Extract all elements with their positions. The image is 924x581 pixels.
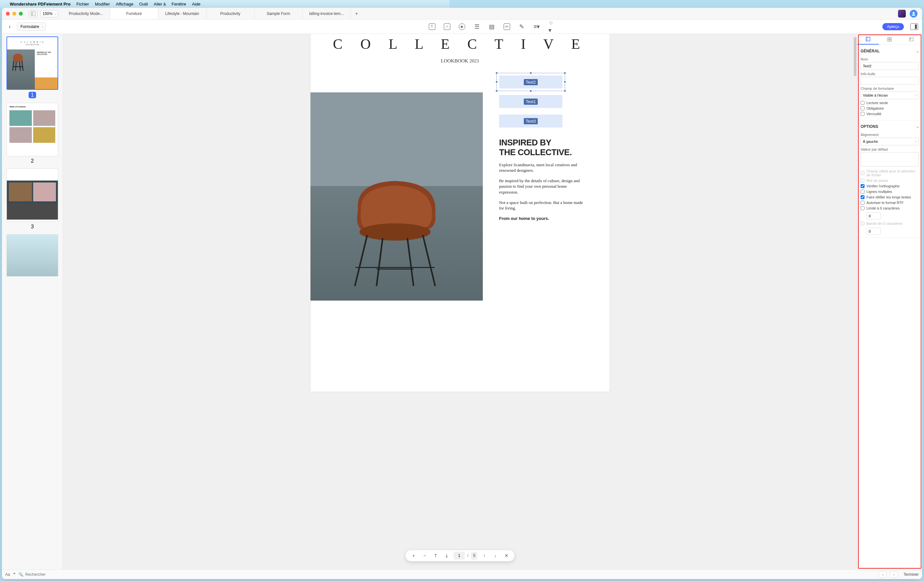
page-1: C O L L E C T I V E LOOKBOOK 2021 [310,34,449,282]
document-tabs: Productivity Mode... Furniture Lifestyle… [62,8,449,19]
doc-title: C O L L E C T I V E [310,34,449,52]
tab-productivity-mode[interactable]: Productivity Mode... [62,8,110,19]
thumbnail-sidebar[interactable]: C O L U M B I A COLLECTIVE INSPIRED BY T… [2,34,63,282]
doc-subtitle: LOOKBOOK 2021 [310,58,449,64]
main-area: C O L U M B I A COLLECTIVE INSPIRED BY T… [2,34,449,282]
checkbox-tool-icon[interactable]: ✓ [444,23,449,30]
menu-allera[interactable]: Aller à [154,2,166,7]
textfield-tool-icon[interactable]: T [429,23,436,30]
svg-line-9 [355,235,367,283]
titlebar: 150% Productivity Mode... Furniture Life… [2,8,449,20]
sidebar-toggle-icon[interactable] [29,10,38,17]
thumb1-title1: C O L U M B I A [20,41,44,43]
mode-dropdown[interactable]: Formulaire [17,22,46,31]
window-close[interactable] [6,12,10,16]
tab-add-button[interactable]: + [351,8,363,19]
form-tool-icons: T ✓ ◉ ☰ ▤ OK ✎ ≡▾ ⁘▾ [374,23,449,30]
zoom-select[interactable]: 150% [40,10,58,17]
thumbnail-page-4[interactable] [7,234,58,276]
tab-billing-invoice[interactable]: billing-invoice-tem... [303,8,351,19]
form-toolbar: ‹ Formulaire T ✓ ◉ ☰ ▤ OK ✎ ≡▾ ⁘▾ Aperçu [2,20,449,34]
app-name[interactable]: Wondershare PDFelement Pro [10,2,71,7]
back-button[interactable]: ‹ [6,23,14,31]
app-window: 150% Productivity Mode... Furniture Life… [2,8,449,282]
menu-outil[interactable]: Outil [139,2,148,7]
menu-modifier[interactable]: Modifier [95,2,110,7]
svg-line-10 [423,235,436,283]
hero-image [310,93,449,282]
window-maximize[interactable] [19,12,23,16]
tab-furniture[interactable]: Furniture [110,8,158,19]
thumb2-pageno: 2 [7,158,58,164]
menu-fenetre[interactable]: Fenêtre [172,2,186,7]
svg-line-3 [13,61,14,71]
thumbnail-page-2[interactable]: Table of Contents [7,103,58,156]
document-canvas[interactable]: C O L L E C T I V E LOOKBOOK 2021 [63,34,449,282]
thumb2-title: Table of Contents [10,106,55,108]
tab-sample-form[interactable]: Sample Form [254,8,303,19]
svg-rect-0 [31,12,35,16]
svg-line-4 [22,61,23,71]
tab-productivity[interactable]: Productivity [206,8,254,19]
thumbnail-page-3[interactable] [7,169,58,222]
zoom-value: 150% [43,12,53,16]
thumb1-title2: COLLECTIVE [26,44,39,46]
window-minimize[interactable] [12,12,16,16]
menu-fichier[interactable]: Fichier [76,2,89,7]
thumb1-caption: INSPIRED BY THE COLLECTIVE. [37,51,56,55]
menu-aide[interactable]: Aide [192,2,201,7]
tab-lifestyle[interactable]: Lifestyle - Mountain [158,8,206,19]
svg-point-8 [360,223,431,240]
svg-line-11 [376,238,383,282]
thumb3-pageno: 3 [7,224,58,230]
svg-line-12 [408,238,414,282]
thumbnail-page-1[interactable]: C O L U M B I A COLLECTIVE INSPIRED BY T… [7,36,58,90]
mac-menubar: Wondershare PDFelement Pro Fichier Modif… [0,0,449,8]
thumb1-pageno: 1 [29,92,36,98]
mode-label: Formulaire [20,25,39,29]
menu-affichage[interactable]: Affichage [116,2,133,7]
traffic-lights [2,12,26,16]
